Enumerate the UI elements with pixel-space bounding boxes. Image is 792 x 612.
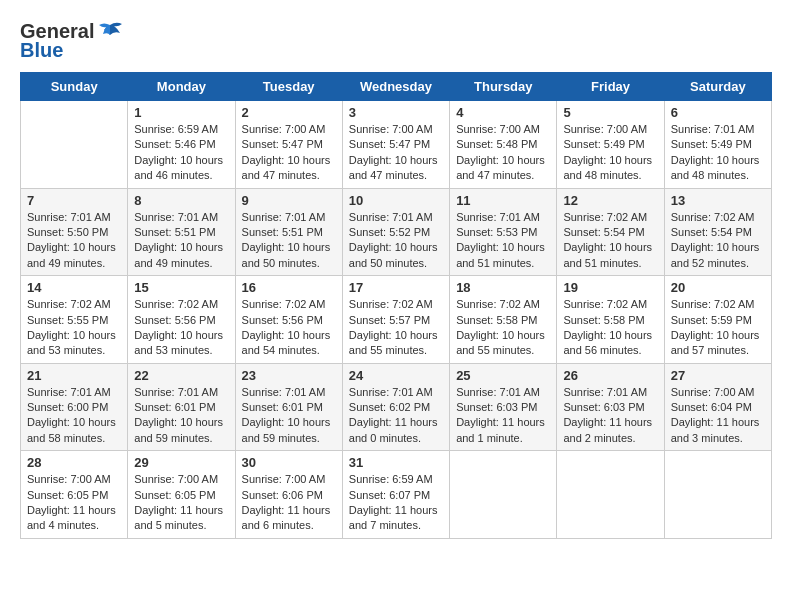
cell-info: Sunrise: 6:59 AMSunset: 5:46 PMDaylight:… bbox=[134, 122, 228, 184]
calendar-week-5: 28Sunrise: 7:00 AMSunset: 6:05 PMDayligh… bbox=[21, 451, 772, 539]
cell-info: Sunrise: 7:01 AMSunset: 5:53 PMDaylight:… bbox=[456, 210, 550, 272]
calendar-week-1: 1Sunrise: 6:59 AMSunset: 5:46 PMDaylight… bbox=[21, 101, 772, 189]
calendar-cell: 27Sunrise: 7:00 AMSunset: 6:04 PMDayligh… bbox=[664, 363, 771, 451]
date-number: 23 bbox=[242, 368, 336, 383]
cell-info: Sunrise: 7:00 AMSunset: 6:05 PMDaylight:… bbox=[134, 472, 228, 534]
date-number: 29 bbox=[134, 455, 228, 470]
calendar-cell: 6Sunrise: 7:01 AMSunset: 5:49 PMDaylight… bbox=[664, 101, 771, 189]
day-header-monday: Monday bbox=[128, 73, 235, 101]
calendar-cell: 29Sunrise: 7:00 AMSunset: 6:05 PMDayligh… bbox=[128, 451, 235, 539]
day-header-thursday: Thursday bbox=[450, 73, 557, 101]
calendar-cell: 1Sunrise: 6:59 AMSunset: 5:46 PMDaylight… bbox=[128, 101, 235, 189]
day-header-tuesday: Tuesday bbox=[235, 73, 342, 101]
cell-info: Sunrise: 7:00 AMSunset: 5:48 PMDaylight:… bbox=[456, 122, 550, 184]
logo-blue-text: Blue bbox=[20, 39, 63, 62]
calendar-cell: 13Sunrise: 7:02 AMSunset: 5:54 PMDayligh… bbox=[664, 188, 771, 276]
date-number: 11 bbox=[456, 193, 550, 208]
date-number: 21 bbox=[27, 368, 121, 383]
calendar-cell: 7Sunrise: 7:01 AMSunset: 5:50 PMDaylight… bbox=[21, 188, 128, 276]
cell-info: Sunrise: 7:01 AMSunset: 6:01 PMDaylight:… bbox=[134, 385, 228, 447]
calendar-cell: 3Sunrise: 7:00 AMSunset: 5:47 PMDaylight… bbox=[342, 101, 449, 189]
date-number: 19 bbox=[563, 280, 657, 295]
date-number: 25 bbox=[456, 368, 550, 383]
cell-info: Sunrise: 7:00 AMSunset: 5:49 PMDaylight:… bbox=[563, 122, 657, 184]
date-number: 4 bbox=[456, 105, 550, 120]
date-number: 9 bbox=[242, 193, 336, 208]
calendar-cell: 26Sunrise: 7:01 AMSunset: 6:03 PMDayligh… bbox=[557, 363, 664, 451]
calendar-cell: 2Sunrise: 7:00 AMSunset: 5:47 PMDaylight… bbox=[235, 101, 342, 189]
cell-info: Sunrise: 7:00 AMSunset: 6:05 PMDaylight:… bbox=[27, 472, 121, 534]
page-header: General Blue bbox=[20, 20, 772, 62]
date-number: 3 bbox=[349, 105, 443, 120]
date-number: 6 bbox=[671, 105, 765, 120]
logo-bird-icon bbox=[96, 21, 124, 43]
date-number: 16 bbox=[242, 280, 336, 295]
date-number: 17 bbox=[349, 280, 443, 295]
cell-info: Sunrise: 7:02 AMSunset: 5:56 PMDaylight:… bbox=[134, 297, 228, 359]
calendar-cell: 9Sunrise: 7:01 AMSunset: 5:51 PMDaylight… bbox=[235, 188, 342, 276]
calendar-cell bbox=[664, 451, 771, 539]
date-number: 13 bbox=[671, 193, 765, 208]
day-header-sunday: Sunday bbox=[21, 73, 128, 101]
calendar-cell: 17Sunrise: 7:02 AMSunset: 5:57 PMDayligh… bbox=[342, 276, 449, 364]
cell-info: Sunrise: 7:01 AMSunset: 6:00 PMDaylight:… bbox=[27, 385, 121, 447]
cell-info: Sunrise: 7:02 AMSunset: 5:54 PMDaylight:… bbox=[671, 210, 765, 272]
calendar-cell: 15Sunrise: 7:02 AMSunset: 5:56 PMDayligh… bbox=[128, 276, 235, 364]
date-number: 27 bbox=[671, 368, 765, 383]
calendar-cell: 18Sunrise: 7:02 AMSunset: 5:58 PMDayligh… bbox=[450, 276, 557, 364]
date-number: 5 bbox=[563, 105, 657, 120]
cell-info: Sunrise: 7:01 AMSunset: 6:03 PMDaylight:… bbox=[456, 385, 550, 447]
cell-info: Sunrise: 7:00 AMSunset: 5:47 PMDaylight:… bbox=[242, 122, 336, 184]
cell-info: Sunrise: 7:01 AMSunset: 6:01 PMDaylight:… bbox=[242, 385, 336, 447]
calendar-cell: 28Sunrise: 7:00 AMSunset: 6:05 PMDayligh… bbox=[21, 451, 128, 539]
cell-info: Sunrise: 7:00 AMSunset: 6:04 PMDaylight:… bbox=[671, 385, 765, 447]
date-number: 2 bbox=[242, 105, 336, 120]
date-number: 18 bbox=[456, 280, 550, 295]
calendar-week-4: 21Sunrise: 7:01 AMSunset: 6:00 PMDayligh… bbox=[21, 363, 772, 451]
calendar-cell: 19Sunrise: 7:02 AMSunset: 5:58 PMDayligh… bbox=[557, 276, 664, 364]
calendar-cell: 25Sunrise: 7:01 AMSunset: 6:03 PMDayligh… bbox=[450, 363, 557, 451]
cell-info: Sunrise: 7:01 AMSunset: 5:50 PMDaylight:… bbox=[27, 210, 121, 272]
date-number: 22 bbox=[134, 368, 228, 383]
calendar-week-2: 7Sunrise: 7:01 AMSunset: 5:50 PMDaylight… bbox=[21, 188, 772, 276]
cell-info: Sunrise: 7:00 AMSunset: 5:47 PMDaylight:… bbox=[349, 122, 443, 184]
date-number: 20 bbox=[671, 280, 765, 295]
calendar-cell: 12Sunrise: 7:02 AMSunset: 5:54 PMDayligh… bbox=[557, 188, 664, 276]
calendar-cell: 5Sunrise: 7:00 AMSunset: 5:49 PMDaylight… bbox=[557, 101, 664, 189]
calendar-cell: 8Sunrise: 7:01 AMSunset: 5:51 PMDaylight… bbox=[128, 188, 235, 276]
cell-info: Sunrise: 7:02 AMSunset: 5:54 PMDaylight:… bbox=[563, 210, 657, 272]
date-number: 24 bbox=[349, 368, 443, 383]
calendar-cell: 22Sunrise: 7:01 AMSunset: 6:01 PMDayligh… bbox=[128, 363, 235, 451]
cell-info: Sunrise: 7:02 AMSunset: 5:55 PMDaylight:… bbox=[27, 297, 121, 359]
date-number: 12 bbox=[563, 193, 657, 208]
date-number: 10 bbox=[349, 193, 443, 208]
calendar-cell bbox=[450, 451, 557, 539]
cell-info: Sunrise: 7:01 AMSunset: 5:49 PMDaylight:… bbox=[671, 122, 765, 184]
cell-info: Sunrise: 7:02 AMSunset: 5:57 PMDaylight:… bbox=[349, 297, 443, 359]
calendar-cell bbox=[557, 451, 664, 539]
cell-info: Sunrise: 7:00 AMSunset: 6:06 PMDaylight:… bbox=[242, 472, 336, 534]
calendar-cell: 21Sunrise: 7:01 AMSunset: 6:00 PMDayligh… bbox=[21, 363, 128, 451]
calendar-cell: 16Sunrise: 7:02 AMSunset: 5:56 PMDayligh… bbox=[235, 276, 342, 364]
calendar-cell: 30Sunrise: 7:00 AMSunset: 6:06 PMDayligh… bbox=[235, 451, 342, 539]
cell-info: Sunrise: 7:01 AMSunset: 5:51 PMDaylight:… bbox=[242, 210, 336, 272]
date-number: 1 bbox=[134, 105, 228, 120]
date-number: 14 bbox=[27, 280, 121, 295]
calendar-cell: 11Sunrise: 7:01 AMSunset: 5:53 PMDayligh… bbox=[450, 188, 557, 276]
cell-info: Sunrise: 7:01 AMSunset: 6:02 PMDaylight:… bbox=[349, 385, 443, 447]
calendar-week-3: 14Sunrise: 7:02 AMSunset: 5:55 PMDayligh… bbox=[21, 276, 772, 364]
calendar-cell: 20Sunrise: 7:02 AMSunset: 5:59 PMDayligh… bbox=[664, 276, 771, 364]
date-number: 31 bbox=[349, 455, 443, 470]
cell-info: Sunrise: 7:02 AMSunset: 5:58 PMDaylight:… bbox=[456, 297, 550, 359]
day-header-saturday: Saturday bbox=[664, 73, 771, 101]
date-number: 7 bbox=[27, 193, 121, 208]
cell-info: Sunrise: 7:02 AMSunset: 5:56 PMDaylight:… bbox=[242, 297, 336, 359]
calendar-cell: 24Sunrise: 7:01 AMSunset: 6:02 PMDayligh… bbox=[342, 363, 449, 451]
cell-info: Sunrise: 7:01 AMSunset: 5:51 PMDaylight:… bbox=[134, 210, 228, 272]
calendar-cell: 4Sunrise: 7:00 AMSunset: 5:48 PMDaylight… bbox=[450, 101, 557, 189]
cell-info: Sunrise: 7:01 AMSunset: 6:03 PMDaylight:… bbox=[563, 385, 657, 447]
date-number: 30 bbox=[242, 455, 336, 470]
calendar-cell: 14Sunrise: 7:02 AMSunset: 5:55 PMDayligh… bbox=[21, 276, 128, 364]
calendar-cell: 31Sunrise: 6:59 AMSunset: 6:07 PMDayligh… bbox=[342, 451, 449, 539]
cell-info: Sunrise: 7:01 AMSunset: 5:52 PMDaylight:… bbox=[349, 210, 443, 272]
